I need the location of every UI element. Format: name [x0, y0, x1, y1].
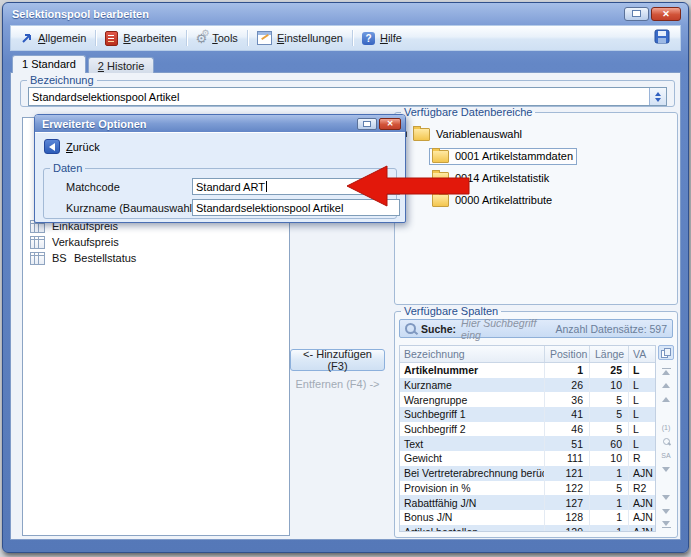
scroll-bottom-icon[interactable] [659, 519, 673, 531]
table-cell: 129 [544, 525, 589, 532]
table-cell: Gewicht [400, 451, 544, 466]
table-cell: 26 [544, 378, 589, 393]
close-button[interactable]: ✕ [651, 7, 681, 21]
grid-nav-strip: (1) SA [658, 345, 674, 532]
table-row[interactable]: Warengruppe365L [400, 392, 655, 407]
spalten-legend: Verfügbare Spalten [401, 305, 501, 317]
bezeichnung-groupbox: Bezeichnung Standardselektionspool Artik… [20, 74, 675, 107]
spalten-table: Bezeichnung Position Länge VA Artikelnum… [399, 345, 656, 532]
table-cell: Kurzname [400, 378, 544, 393]
table-row[interactable]: Bei Vertreterabrechnung berücksichtige12… [400, 466, 655, 481]
screen: Selektionspool bearbeiten ✕ Allgemein Be… [0, 0, 691, 557]
filter-icon[interactable] [659, 463, 673, 475]
tab-standard[interactable]: 1 Standard [12, 55, 86, 73]
brackets-icon[interactable]: (1) [659, 421, 673, 433]
tree-root-variablenauswahl[interactable]: Variablenauswahl [401, 123, 677, 145]
header-va[interactable]: VA [628, 346, 655, 362]
table-cell: 122 [544, 481, 589, 496]
menu-tools[interactable]: ⚙ Tools [187, 26, 247, 50]
dialog-restore-button[interactable] [357, 118, 377, 130]
combobox-spinner[interactable] [649, 88, 666, 105]
table-cell: Artikel bestellen [400, 525, 544, 532]
dialog-titlebar: Erweiterte Optionen ✕ [35, 115, 405, 132]
table-cell: L [628, 363, 655, 378]
tab-content-standard: Bezeichnung Standardselektionspool Artik… [10, 72, 681, 540]
table-cell: 46 [544, 422, 589, 437]
menu-hilfe[interactable]: ? Hilfe [353, 26, 411, 50]
table-row[interactable]: Provision in %1225R2 [400, 481, 655, 496]
table-row[interactable]: Kurzname2610L [400, 378, 655, 393]
text-caret [266, 181, 267, 192]
menu-allgemein[interactable]: Allgemein [11, 26, 95, 50]
table-row[interactable]: Text5160L [400, 436, 655, 451]
table-row[interactable]: Suchbegriff 1415L [400, 407, 655, 422]
bezeichnung-legend: Bezeichnung [27, 74, 97, 86]
arrow-up-right-icon [20, 32, 33, 45]
back-button[interactable]: Zurück [44, 139, 100, 154]
save-button[interactable] [654, 29, 670, 48]
record-count: Anzahl Datensätze: 597 [556, 323, 668, 335]
table-cell: L [628, 422, 655, 437]
add-button[interactable]: <- Hinzufügen (F3) [290, 349, 385, 371]
folder-icon [413, 128, 430, 141]
table-header-row: Bezeichnung Position Länge VA [400, 346, 655, 363]
table-cell: 1 [589, 510, 628, 525]
restore-icon [363, 121, 371, 127]
table-cell: 25 [589, 363, 628, 378]
move-down-icon[interactable] [659, 491, 673, 503]
scroll-top-icon[interactable] [659, 365, 673, 377]
list-item[interactable]: Verkaufspreis [23, 234, 289, 250]
search-grid-icon[interactable] [659, 435, 673, 447]
table-cell: 1 [589, 495, 628, 510]
table-cell: AJN [628, 466, 655, 481]
table-cell: AJN [628, 510, 655, 525]
table-row[interactable]: Rabattfähig J/N1271AJN [400, 495, 655, 510]
header-bezeichnung[interactable]: Bezeichnung [400, 346, 544, 362]
table-cell: 121 [544, 466, 589, 481]
save-icon [654, 29, 670, 44]
table-row[interactable]: Suchbegriff 2465L [400, 422, 655, 437]
help-icon: ? [362, 32, 375, 45]
table-cell: R2 [628, 481, 655, 496]
copy-icon[interactable] [658, 345, 674, 360]
table-cell: 10 [589, 378, 628, 393]
table-row[interactable]: Gewicht11110R [400, 451, 655, 466]
dialog-close-button[interactable]: ✕ [379, 118, 401, 130]
spin-down-icon [655, 98, 661, 102]
search-bar[interactable]: Suche: Hier Suchbegriff eing Anzahl Date… [399, 319, 673, 338]
table-row[interactable]: Artikelnummer125L [400, 363, 655, 378]
table-row[interactable]: Artikel bestellen1291AJN [400, 525, 655, 532]
table-cell: AJN [628, 495, 655, 510]
table-cell: Artikelnummer [400, 363, 544, 378]
table-row[interactable]: Bonus J/N1281AJN [400, 510, 655, 525]
page-down-icon[interactable] [659, 505, 673, 517]
menu-einstellungen[interactable]: Einstellungen [248, 26, 352, 50]
table-cell: R [628, 451, 655, 466]
table-cell: 5 [589, 392, 628, 407]
table-cell: Bei Vertreterabrechnung berücksichtige [400, 466, 544, 481]
header-laenge[interactable]: Länge [589, 346, 628, 362]
main-window: Selektionspool bearbeiten ✕ Allgemein Be… [2, 2, 689, 553]
table-cell: Bonus J/N [400, 510, 544, 525]
folder-icon [432, 150, 449, 163]
table-cell: 60 [589, 436, 628, 451]
bezeichnung-combobox[interactable]: Standardselektionspool Artikel [28, 87, 667, 106]
column-grid-icon [30, 236, 45, 249]
tab-historie[interactable]: 2 Historie [88, 57, 154, 73]
table-cell: Suchbegriff 1 [400, 407, 544, 422]
window-title: Selektionspool bearbeiten [3, 8, 622, 20]
table-cell: 36 [544, 392, 589, 407]
restore-button[interactable] [624, 7, 649, 21]
search-label: Suche: [421, 323, 456, 335]
spalten-rows: Artikelnummer125LKurzname2610LWarengrupp… [400, 363, 655, 532]
menu-bearbeiten[interactable]: Bearbeiten [96, 26, 185, 50]
page-up-icon[interactable] [659, 393, 673, 405]
sum-icon[interactable]: SA [659, 449, 673, 461]
move-up-icon[interactable] [659, 379, 673, 391]
list-item[interactable]: BS Bestellstatus [23, 250, 289, 266]
table-cell: L [628, 378, 655, 393]
header-position[interactable]: Position [544, 346, 589, 362]
remove-button-disabled[interactable]: Entfernen (F4) -> [285, 378, 390, 390]
matchcode-label: Matchcode [44, 181, 120, 193]
search-placeholder[interactable]: Hier Suchbegriff eing [461, 317, 555, 341]
